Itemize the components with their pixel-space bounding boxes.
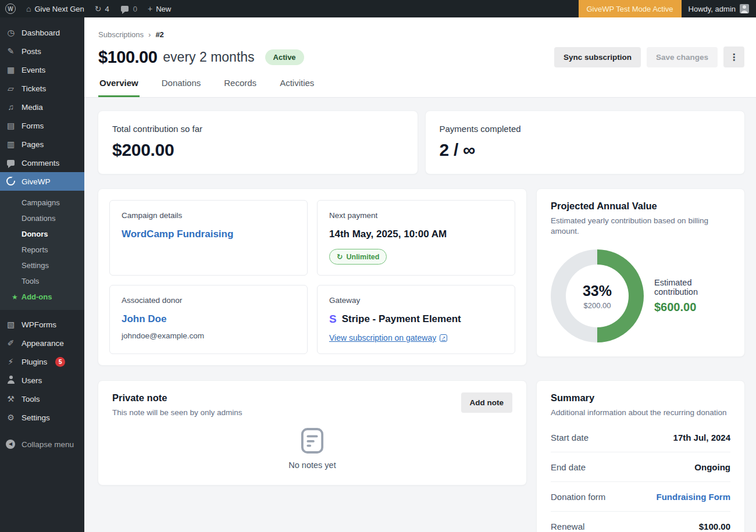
- collapse-menu-button[interactable]: ◀ Collapse menu: [0, 435, 84, 454]
- sidebar-item-events[interactable]: ▦ Events: [0, 60, 84, 79]
- associated-donor-card: Associated donor John Doe johndoe@exampl…: [109, 285, 308, 354]
- sidebar-item-media[interactable]: ♫ Media: [0, 98, 84, 116]
- stat-card-total-contribution: Total contribution so far $200.00: [98, 110, 418, 174]
- campaign-link[interactable]: WordCamp Fundraising: [122, 228, 233, 240]
- sidebar-item-forms[interactable]: ▤ Forms: [0, 116, 84, 135]
- comments-link[interactable]: 0: [115, 0, 142, 17]
- sidebar-item-label: Events: [22, 66, 45, 74]
- page-header: Subscriptions › #2 $100.00 every 2 month…: [84, 17, 756, 98]
- donation-form-link[interactable]: Fundraising Form: [657, 492, 731, 502]
- subscription-frequency: every 2 months: [163, 49, 254, 65]
- submenu-item-campaigns[interactable]: Campaigns: [0, 195, 84, 210]
- donut-percent: 33%: [583, 283, 612, 299]
- campaign-details-label: Campaign details: [122, 211, 295, 220]
- submenu-item-addons[interactable]: ★ Add-ons: [0, 289, 84, 305]
- updates-count: 4: [105, 5, 109, 13]
- stat-label: Total contribution so far: [112, 124, 404, 134]
- breadcrumb-subscriptions[interactable]: Subscriptions: [98, 30, 144, 39]
- external-link-icon: ↗: [440, 334, 447, 342]
- sidebar-item-users[interactable]: Users: [0, 371, 84, 390]
- sidebar-item-wpforms[interactable]: ▧ WPForms: [0, 315, 84, 334]
- sidebar-item-label: Forms: [22, 122, 44, 130]
- updates-link[interactable]: ↻ 4: [90, 0, 115, 17]
- wordpress-menu[interactable]: W: [0, 0, 21, 17]
- wordpress-logo-icon: W: [5, 3, 16, 14]
- sidebar-item-dashboard[interactable]: ◷ Dashboard: [0, 23, 84, 42]
- tools-icon: ⚒: [6, 395, 16, 403]
- submenu-item-reports[interactable]: Reports: [0, 242, 84, 258]
- submenu-item-tools[interactable]: Tools: [0, 273, 84, 289]
- submenu-item-donations[interactable]: Donations: [0, 210, 84, 226]
- sidebar-item-label: WPForms: [22, 320, 56, 329]
- summary-row-donation-form: Donation form Fundraising Form: [551, 482, 730, 512]
- summary-row-start-date: Start date 17th Jul, 2024: [551, 423, 730, 452]
- new-content-link[interactable]: + New: [142, 0, 176, 17]
- updates-icon: ↻: [95, 5, 102, 13]
- star-icon: ★: [12, 293, 18, 301]
- summary-subtitle: Additional information about the recurri…: [551, 408, 730, 418]
- tab-donations[interactable]: Donations: [161, 78, 202, 97]
- gateway-name: Stripe - Payment Element: [342, 313, 461, 325]
- site-name: Give Next Gen: [34, 5, 84, 13]
- private-note-subtitle: This note will be seen by only admins: [112, 408, 243, 418]
- posts-icon: ✎: [6, 47, 16, 55]
- sidebar-item-tools[interactable]: ⚒ Tools: [0, 390, 84, 408]
- howdy-label: Howdy, admin: [689, 5, 736, 13]
- view-subscription-gateway-link[interactable]: View subscription on gateway ↗: [329, 333, 447, 342]
- donut-current-amount: $200.00: [584, 301, 611, 310]
- summary-row-end-date: End date Ongoing: [551, 452, 730, 482]
- next-payment-date: 14th May, 2025, 10:00 AM: [329, 228, 503, 240]
- tab-activities[interactable]: Activities: [279, 78, 315, 97]
- sidebar-item-pages[interactable]: ▥ Pages: [0, 135, 84, 153]
- gear-icon: ⚙: [6, 413, 16, 422]
- sidebar-item-appearance[interactable]: ✐ Appearance: [0, 334, 84, 352]
- comments-icon: [6, 159, 16, 167]
- page-title: $100.00 every 2 months Active: [98, 48, 304, 67]
- private-note-title: Private note: [112, 392, 243, 404]
- tab-overview[interactable]: Overview: [98, 78, 140, 97]
- summary-card: Summary Additional information about the…: [536, 380, 745, 532]
- sidebar-item-settings[interactable]: ⚙ Settings: [0, 408, 84, 427]
- projected-annual-value-card: Projected Annual Value Estimated yearly …: [536, 188, 745, 357]
- sidebar-item-posts[interactable]: ✎ Posts: [0, 42, 84, 60]
- donor-link[interactable]: John Doe: [122, 313, 166, 325]
- donut-legend: Estimated contribution $600.00: [654, 278, 730, 314]
- sidebar-item-plugins[interactable]: ⚡ Plugins 5: [0, 352, 84, 371]
- site-link[interactable]: ⌂ Give Next Gen: [21, 0, 90, 17]
- add-note-button[interactable]: Add note: [461, 392, 513, 413]
- media-icon: ♫: [6, 103, 16, 111]
- givewp-submenu: Campaigns Donations Donors Reports Setti…: [0, 191, 84, 310]
- sidebar-item-label: Media: [22, 103, 43, 112]
- sidebar-item-label: Comments: [22, 159, 59, 167]
- stat-value: $200.00: [112, 140, 404, 160]
- sidebar-item-givewp[interactable]: GiveWP: [0, 172, 84, 191]
- status-badge: Active: [265, 49, 304, 65]
- submenu-item-donors[interactable]: Donors: [0, 226, 84, 242]
- save-changes-button[interactable]: Save changes: [647, 47, 718, 67]
- collapse-menu-label: Collapse menu: [22, 440, 74, 449]
- calendar-icon: ▦: [6, 66, 16, 74]
- more-options-button[interactable]: ⋮: [723, 47, 744, 67]
- gateway-card: Gateway S Stripe - Payment Element View …: [317, 285, 515, 354]
- new-label: New: [156, 5, 171, 13]
- unlimited-badge-label: Unlimited: [346, 253, 379, 261]
- home-icon: ⌂: [26, 5, 31, 13]
- private-note-heading: Private note This note will be seen by o…: [112, 392, 243, 418]
- sidebar-item-label: Tickets: [22, 84, 46, 93]
- sidebar-item-label: Dashboard: [22, 28, 60, 37]
- projected-title: Projected Annual Value: [551, 201, 730, 212]
- account-menu[interactable]: Howdy, admin: [682, 0, 756, 17]
- tab-bar: Overview Donations Records Activities: [98, 78, 744, 97]
- associated-donor-label: Associated donor: [122, 296, 295, 305]
- tab-records[interactable]: Records: [223, 78, 258, 97]
- users-icon: [6, 376, 16, 385]
- forms-icon: ▤: [6, 122, 16, 130]
- private-note-card: Private note This note will be seen by o…: [98, 380, 527, 485]
- submenu-item-settings[interactable]: Settings: [0, 258, 84, 273]
- sidebar-item-tickets[interactable]: ▱ Tickets: [0, 79, 84, 98]
- summary-label: Donation form: [551, 492, 605, 502]
- sync-subscription-button[interactable]: Sync subscription: [554, 47, 641, 67]
- test-mode-banner[interactable]: GiveWP Test Mode Active: [579, 0, 682, 17]
- sidebar-item-comments[interactable]: Comments: [0, 153, 84, 172]
- unlimited-badge: ↻ Unlimited: [329, 249, 387, 265]
